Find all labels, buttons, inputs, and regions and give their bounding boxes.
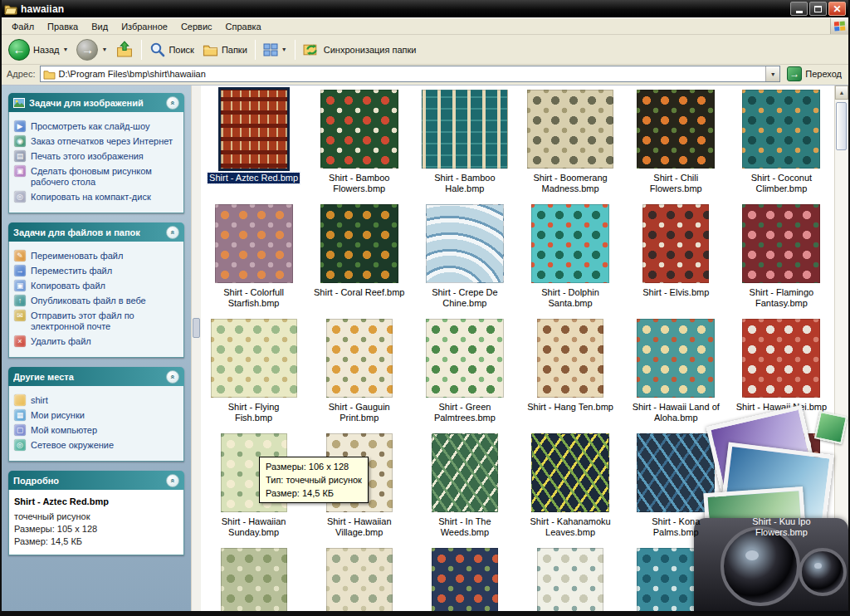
- file-name[interactable]: Shirt - Bamboo Flowers.bmp: [312, 173, 407, 194]
- file-thumbnail[interactable]: [221, 90, 287, 169]
- menu-item[interactable]: Избранное: [115, 20, 174, 33]
- menu-item[interactable]: Сервис: [174, 20, 219, 33]
- menu-item[interactable]: Файл: [5, 20, 41, 33]
- panel-header-file-tasks[interactable]: Задачи для файлов и папок«: [8, 222, 184, 242]
- chevron-up-icon[interactable]: «: [166, 226, 179, 239]
- file-thumbnail[interactable]: [742, 433, 820, 512]
- chevron-up-icon[interactable]: «: [166, 370, 179, 384]
- file-item[interactable]: [729, 548, 834, 611]
- chevron-up-icon[interactable]: «: [166, 96, 179, 110]
- file-item[interactable]: Shirt - Elvis.bmp: [623, 204, 729, 319]
- address-dropdown-icon[interactable]: ▼: [765, 66, 779, 81]
- file-thumbnail[interactable]: [326, 548, 393, 611]
- file-thumbnail[interactable]: [211, 319, 297, 398]
- chevron-up-icon[interactable]: «: [166, 474, 179, 487]
- file-name[interactable]: Shirt - Coral Reef.bmp: [312, 287, 406, 298]
- task-item[interactable]: ▣Сделать фоновым рисунком рабочего стола: [14, 166, 178, 188]
- views-dropdown-icon[interactable]: ▼: [281, 46, 287, 52]
- file-item[interactable]: Shirt - Gauguin Print.bmp: [306, 319, 412, 433]
- file-name[interactable]: Shirt - Flamingo Fantasy.bmp: [734, 287, 828, 309]
- views-button[interactable]: ▼: [260, 41, 291, 59]
- menu-item[interactable]: Справка: [219, 20, 268, 33]
- file-name[interactable]: Shirt - Hang Ten.bmp: [525, 402, 615, 413]
- file-thumbnail[interactable]: [742, 548, 820, 611]
- up-button[interactable]: [112, 39, 137, 60]
- file-item[interactable]: Shirt - Colorfull Starfish.bmp: [201, 204, 306, 319]
- file-thumbnail[interactable]: [221, 548, 287, 611]
- file-item[interactable]: Shirt - Kona Palms.bmp: [623, 433, 729, 548]
- file-name[interactable]: Shirt - Boomerang Madness.bmp: [523, 173, 618, 194]
- file-item[interactable]: Shirt - Coral Reef.bmp: [306, 204, 412, 319]
- file-name[interactable]: Shirt - Green Palmtrees.bmp: [418, 402, 512, 423]
- file-thumbnail[interactable]: [326, 319, 393, 398]
- file-name[interactable]: Shirt - Colorfull Starfish.bmp: [207, 287, 301, 309]
- file-thumbnail[interactable]: [320, 204, 398, 283]
- file-thumbnail[interactable]: [742, 90, 820, 169]
- file-thumbnail[interactable]: [320, 90, 398, 169]
- file-item[interactable]: Shirt - In The Weeds.bmp: [412, 433, 517, 548]
- scroll-up-icon[interactable]: ▲: [835, 86, 848, 100]
- address-input[interactable]: D:\Program Files\bmp\shirt\hawaiian ▼: [40, 66, 781, 82]
- task-item[interactable]: ▤Печать этого изображения: [14, 151, 178, 162]
- file-item[interactable]: Shirt - Crepe De Chine.bmp: [412, 204, 517, 319]
- task-item[interactable]: ✎Переименовать файл: [14, 251, 178, 262]
- file-item[interactable]: Shirt - Kahanamoku Leaves.bmp: [517, 433, 623, 548]
- sidebar-scrollbar-thumb[interactable]: [193, 318, 200, 338]
- task-item[interactable]: ◎Копировать на компакт-диск: [14, 192, 178, 203]
- file-name[interactable]: Shirt - Kona Palms.bmp: [628, 516, 723, 538]
- file-name[interactable]: Shirt - Elvis.bmp: [641, 287, 711, 298]
- file-thumbnail[interactable]: [642, 204, 709, 283]
- file-item[interactable]: [623, 548, 729, 611]
- file-name[interactable]: Shirt - Coconut Climber.bmp: [734, 173, 828, 194]
- go-button[interactable]: → Переход: [784, 66, 844, 81]
- file-item[interactable]: Shirt - Green Palmtrees.bmp: [412, 319, 517, 433]
- file-item[interactable]: Shirt - Aztec Red.bmp: [201, 90, 306, 204]
- file-item[interactable]: Shirt - Kuu Ipo Flowers.bmp: [729, 433, 834, 548]
- task-item[interactable]: ↑Опубликовать файл в вебе: [14, 296, 178, 306]
- panel-header-other-places[interactable]: Другие места«: [8, 367, 184, 386]
- forward-dropdown-icon[interactable]: ▼: [101, 46, 107, 52]
- file-thumbnail[interactable]: [531, 204, 609, 283]
- file-item[interactable]: Shirt - Flamingo Fantasy.bmp: [729, 204, 834, 319]
- task-item[interactable]: ×Удалить файл: [14, 336, 178, 347]
- file-thumbnail[interactable]: [432, 433, 498, 512]
- file-item[interactable]: Shirt - Boomerang Madness.bmp: [517, 90, 623, 204]
- task-item[interactable]: shirt: [14, 395, 178, 406]
- file-name[interactable]: Shirt - Hawaii Nei.bmp: [735, 402, 828, 413]
- file-name[interactable]: Shirt - Dolphin Santa.bmp: [523, 287, 618, 309]
- task-item[interactable]: ▦Мои рисунки: [14, 410, 178, 421]
- file-thumbnail[interactable]: [537, 548, 603, 611]
- sidebar-scrollbar[interactable]: [191, 86, 201, 611]
- task-item[interactable]: ◎Сетевое окружение: [14, 440, 178, 451]
- file-name[interactable]: Shirt - Kahanamoku Leaves.bmp: [523, 516, 618, 538]
- file-name[interactable]: Shirt - Bamboo Hale.bmp: [418, 173, 512, 194]
- close-button[interactable]: ✕: [828, 2, 846, 16]
- file-item[interactable]: Shirt - Chili Flowers.bmp: [623, 90, 729, 204]
- file-item[interactable]: Shirt - Dolphin Santa.bmp: [517, 204, 623, 319]
- titlebar[interactable]: hawaiian ✕: [2, 0, 848, 17]
- file-item[interactable]: Shirt - Hang Ten.bmp: [517, 319, 623, 433]
- folders-button[interactable]: Папки: [199, 42, 251, 58]
- file-item[interactable]: [517, 548, 623, 611]
- scroll-down-icon[interactable]: ▼: [835, 597, 848, 611]
- file-thumbnail[interactable]: [215, 204, 293, 283]
- file-thumbnail[interactable]: [637, 319, 715, 398]
- file-name[interactable]: Shirt - Hawaii Land of Aloha.bmp: [628, 402, 723, 423]
- file-thumbnail[interactable]: [432, 548, 498, 611]
- vertical-scrollbar[interactable]: ▲ ▼: [834, 86, 848, 611]
- task-item[interactable]: →Переместить файл: [14, 266, 178, 276]
- task-item[interactable]: ✉Отправить этот файл по электронной почт…: [14, 310, 178, 332]
- file-name[interactable]: Shirt - Gauguin Print.bmp: [312, 402, 407, 423]
- file-name[interactable]: Shirt - Crepe De Chine.bmp: [418, 287, 512, 309]
- file-thumbnail[interactable]: [742, 204, 820, 283]
- scrollbar-track[interactable]: [835, 100, 848, 597]
- file-item[interactable]: [412, 548, 517, 611]
- back-dropdown-icon[interactable]: ▼: [63, 46, 69, 52]
- panel-header-picture-tasks[interactable]: Задачи для изображений«: [8, 93, 184, 112]
- task-item[interactable]: ▢Мой компьютер: [14, 425, 178, 436]
- file-name[interactable]: Shirt - Hawaiian Village.bmp: [312, 516, 407, 538]
- file-thumbnail[interactable]: [527, 90, 613, 169]
- file-item[interactable]: Shirt - Hawaii Land of Aloha.bmp: [623, 319, 729, 433]
- task-item[interactable]: ▶Просмотреть как слайд-шоу: [14, 121, 178, 132]
- file-name[interactable]: Shirt - Hawaiian Sunday.bmp: [207, 516, 301, 538]
